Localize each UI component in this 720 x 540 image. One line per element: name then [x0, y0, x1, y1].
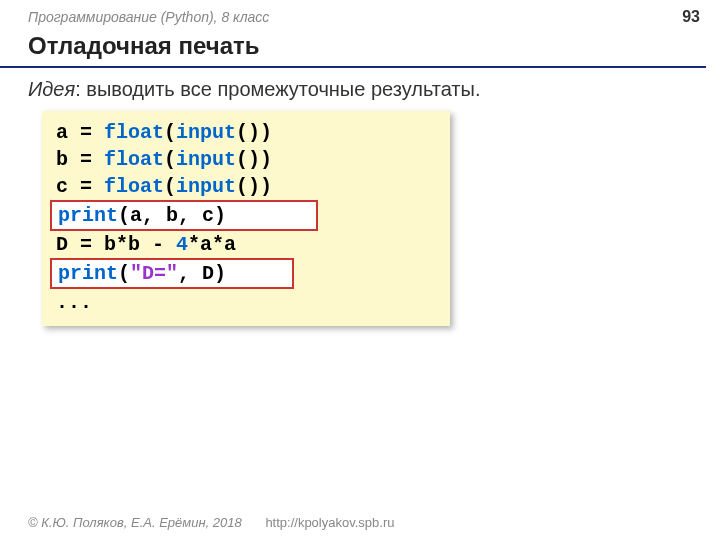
- highlight-print-d: print("D=", D): [50, 258, 294, 289]
- idea-line: Идея: выводить все промежуточные результ…: [0, 78, 720, 111]
- code-line-4: print(a, b, c): [56, 200, 436, 231]
- page-number: 93: [682, 8, 700, 26]
- slide-header: Программирование (Python), 8 класс 93: [0, 0, 720, 30]
- code-line-1: a = float(input()): [56, 119, 436, 146]
- idea-label: Идея: [28, 78, 75, 100]
- code-block: a = float(input()) b = float(input()) c …: [42, 111, 450, 326]
- copyright: © К.Ю. Поляков, Е.А. Ерёмин, 2018: [28, 515, 242, 530]
- code-line-6: print("D=", D): [56, 258, 436, 289]
- slide-footer: © К.Ю. Поляков, Е.А. Ерёмин, 2018 http:/…: [28, 515, 394, 530]
- code-line-3: c = float(input()): [56, 173, 436, 200]
- course-label: Программирование (Python), 8 класс: [28, 9, 269, 25]
- slide-title: Отладочная печать: [0, 30, 706, 68]
- idea-text: : выводить все промежуточные результаты.: [75, 78, 480, 100]
- highlight-print-abc: print(a, b, c): [50, 200, 318, 231]
- code-line-5: D = b*b - 4*a*a: [56, 231, 436, 258]
- code-line-7: ...: [56, 289, 436, 316]
- code-line-2: b = float(input()): [56, 146, 436, 173]
- footer-url: http://kpolyakov.spb.ru: [265, 515, 394, 530]
